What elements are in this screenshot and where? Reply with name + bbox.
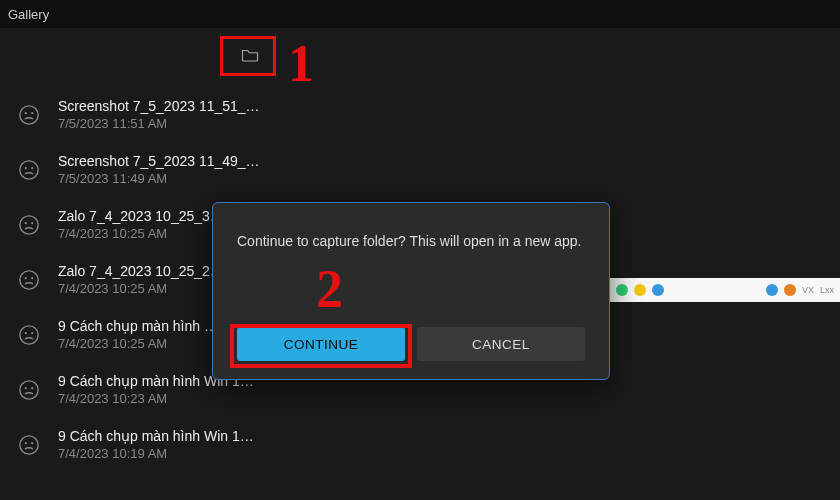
face-neutral-icon [18,104,40,126]
window-header: Gallery [0,0,840,28]
face-neutral-icon [18,324,40,346]
svg-point-8 [31,222,33,224]
list-item-text: Screenshot 7_5_2023 11_51_… 7/5/2023 11:… [58,98,272,131]
list-item[interactable]: Screenshot 7_5_2023 11_51_… 7/5/2023 11:… [0,88,290,143]
svg-point-2 [31,112,33,114]
face-neutral-icon [18,379,40,401]
svg-point-20 [31,442,33,444]
list-item-date: 7/4/2023 10:19 AM [58,446,272,461]
list-item-name: 9 Cách chụp màn hình Win 1… [58,428,272,444]
header-title: Gallery [8,7,49,22]
svg-point-4 [25,167,27,169]
svg-point-9 [20,270,38,288]
face-neutral-icon [18,214,40,236]
face-neutral-icon [18,159,40,181]
list-item-name: Screenshot 7_5_2023 11_51_… [58,98,272,114]
continue-button[interactable]: CONTINUE [237,327,405,361]
list-item-date: 7/5/2023 11:51 AM [58,116,272,131]
list-item-name: Screenshot 7_5_2023 11_49_… [58,153,272,169]
svg-point-16 [25,387,27,389]
capture-folder-button[interactable] [235,42,265,68]
list-item-text: 9 Cách chụp màn hình Win 1… 7/4/2023 10:… [58,428,272,461]
confirm-dialog: Continue to capture folder? This will op… [212,202,610,380]
svg-point-12 [20,325,38,343]
annotation-number-1: 1 [288,34,314,93]
svg-point-15 [20,380,38,398]
face-neutral-icon [18,269,40,291]
svg-point-7 [25,222,27,224]
dialog-button-row: CONTINUE CANCEL [237,315,585,361]
dialog-message: Continue to capture folder? This will op… [237,227,585,249]
taskbar-fragment: VX Lxx [610,278,840,302]
svg-point-18 [20,435,38,453]
list-item[interactable]: 9 Cách chụp màn hình Win 1… 7/4/2023 10:… [0,418,290,473]
svg-point-1 [25,112,27,114]
svg-point-13 [25,332,27,334]
list-item[interactable]: Screenshot 7_5_2023 11_49_… 7/5/2023 11:… [0,143,290,198]
svg-point-19 [25,442,27,444]
svg-point-10 [25,277,27,279]
list-item-text: Screenshot 7_5_2023 11_49_… 7/5/2023 11:… [58,153,272,186]
folder-icon [241,48,259,62]
svg-point-11 [31,277,33,279]
svg-point-17 [31,387,33,389]
svg-point-6 [20,215,38,233]
list-item-date: 7/5/2023 11:49 AM [58,171,272,186]
svg-point-5 [31,167,33,169]
cancel-button[interactable]: CANCEL [417,327,585,361]
svg-point-3 [20,160,38,178]
face-neutral-icon [18,434,40,456]
svg-point-14 [31,332,33,334]
svg-point-0 [20,105,38,123]
list-item-date: 7/4/2023 10:23 AM [58,391,272,406]
